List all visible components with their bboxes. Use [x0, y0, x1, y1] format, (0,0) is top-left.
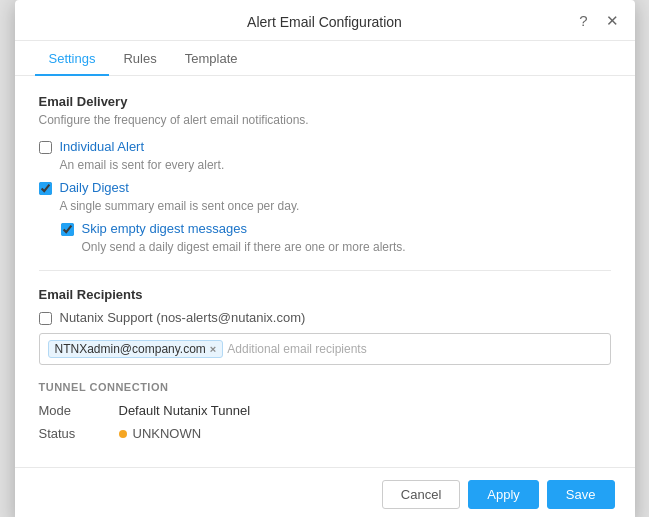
email-delivery-section: Email Delivery Configure the frequency o… — [39, 94, 611, 254]
email-delivery-desc: Configure the frequency of alert email n… — [39, 113, 611, 127]
tunnel-status-row: Status UNKNOWN — [39, 426, 611, 441]
tunnel-mode-row: Mode Default Nutanix Tunnel — [39, 403, 611, 418]
individual-alert-checkbox[interactable] — [39, 141, 52, 154]
daily-digest-label[interactable]: Daily Digest — [60, 180, 129, 195]
email-delivery-title: Email Delivery — [39, 94, 611, 109]
email-recipients-title: Email Recipients — [39, 287, 611, 302]
skip-empty-row: Skip empty digest messages — [61, 221, 611, 236]
save-button[interactable]: Save — [547, 480, 615, 509]
alert-email-config-dialog: Alert Email Configuration ? ✕ Settings R… — [15, 0, 635, 517]
dialog-footer: Cancel Apply Save — [15, 467, 635, 517]
tunnel-mode-key: Mode — [39, 403, 119, 418]
nutanix-support-label[interactable]: Nutanix Support (nos-alerts@nutanix.com) — [60, 310, 306, 325]
tunnel-status-value: UNKNOWN — [119, 426, 202, 441]
status-indicator — [119, 430, 127, 438]
nutanix-support-checkbox[interactable] — [39, 312, 52, 325]
skip-empty-checkbox[interactable] — [61, 223, 74, 236]
cancel-button[interactable]: Cancel — [382, 480, 460, 509]
email-recipients-section: Email Recipients Nutanix Support (nos-al… — [39, 287, 611, 365]
dialog-title: Alert Email Configuration — [247, 14, 402, 30]
apply-button[interactable]: Apply — [468, 480, 539, 509]
email-placeholder: Additional email recipients — [227, 342, 366, 356]
skip-empty-checkbox-row: Skip empty digest messages — [61, 221, 611, 236]
daily-digest-sublabel: A single summary email is sent once per … — [60, 199, 611, 213]
email-tag-text: NTNXadmin@company.com — [55, 342, 206, 356]
dialog-header: Alert Email Configuration ? ✕ — [15, 0, 635, 41]
tunnel-status-key: Status — [39, 426, 119, 441]
daily-digest-row: Daily Digest — [39, 180, 611, 195]
tab-bar: Settings Rules Template — [15, 41, 635, 76]
dialog-body: Email Delivery Configure the frequency o… — [15, 76, 635, 467]
skip-empty-sublabel: Only send a daily digest email if there … — [82, 240, 611, 254]
individual-alert-label[interactable]: Individual Alert — [60, 139, 145, 154]
email-tag-existing: NTNXadmin@company.com × — [48, 340, 224, 358]
tunnel-connection-section: TUNNEL CONNECTION Mode Default Nutanix T… — [39, 381, 611, 441]
help-button[interactable]: ? — [575, 11, 591, 30]
close-button[interactable]: ✕ — [602, 11, 623, 30]
tab-settings[interactable]: Settings — [35, 41, 110, 76]
email-tag-remove[interactable]: × — [210, 343, 216, 355]
tunnel-section-label: TUNNEL CONNECTION — [39, 381, 611, 393]
email-tags-input[interactable]: NTNXadmin@company.com × Additional email… — [39, 333, 611, 365]
nutanix-support-row: Nutanix Support (nos-alerts@nutanix.com) — [39, 310, 611, 325]
section-divider-1 — [39, 270, 611, 271]
individual-alert-sublabel: An email is sent for every alert. — [60, 158, 611, 172]
tunnel-mode-value: Default Nutanix Tunnel — [119, 403, 251, 418]
header-actions: ? ✕ — [575, 11, 622, 30]
daily-digest-checkbox[interactable] — [39, 182, 52, 195]
skip-empty-label[interactable]: Skip empty digest messages — [82, 221, 247, 236]
individual-alert-row: Individual Alert — [39, 139, 611, 154]
tab-template[interactable]: Template — [171, 41, 252, 76]
tab-rules[interactable]: Rules — [109, 41, 170, 76]
